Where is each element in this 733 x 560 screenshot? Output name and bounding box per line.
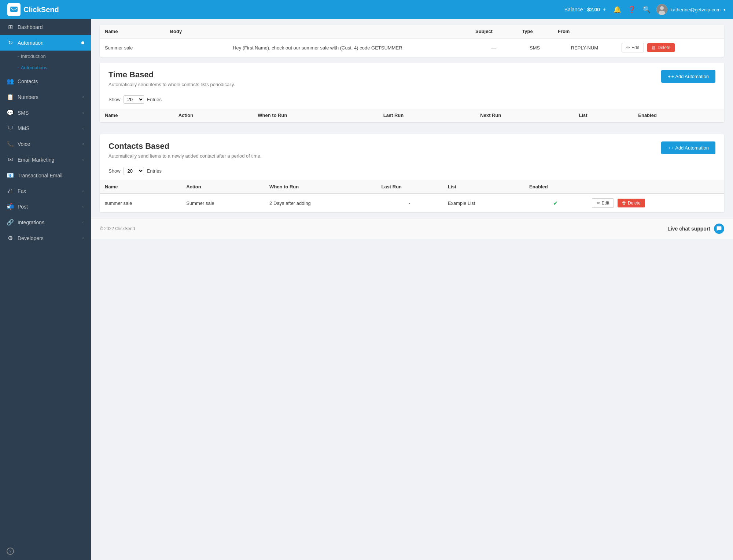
sidebar-item-label: Dashboard [18, 24, 84, 30]
sidebar-subitem-automations[interactable]: • Automations [0, 62, 91, 73]
entries-label: Entries [147, 168, 162, 174]
col-enabled: Enabled [633, 109, 724, 122]
help-icon[interactable]: ❓ [628, 5, 636, 14]
time-based-add-button[interactable]: + + Add Automation [661, 70, 715, 83]
balance-display: Balance : $2.00 + [564, 7, 606, 12]
dashboard-icon: ⊞ [7, 23, 14, 30]
contacts-based-table: Name Action When to Run Last Run List En… [100, 180, 724, 212]
logo[interactable]: ClickSend [7, 3, 59, 16]
col-when-to-run: When to Run [253, 109, 378, 122]
sub-dot-icon: • [18, 55, 19, 58]
sidebar-item-dashboard[interactable]: ⊞ Dashboard [0, 19, 91, 35]
col-action: Action [181, 180, 264, 194]
sidebar-item-automation[interactable]: ↻ Automation [0, 35, 91, 51]
search-icon[interactable]: 🔍 [642, 5, 651, 14]
sidebar-item-email-marketing[interactable]: ✉ Email Marketing ○ [0, 152, 91, 167]
col-type: Type [517, 25, 553, 38]
show-label: Show [108, 97, 121, 102]
live-chat-widget[interactable]: Live chat support [667, 224, 724, 234]
edit-button[interactable]: ✏ Edit [592, 198, 614, 208]
cell-list: Example List [443, 194, 524, 212]
contacts-based-section: Contacts Based Automatically send items … [100, 134, 724, 212]
cell-last-run: - [376, 194, 442, 212]
entries-select[interactable]: 20 10 50 100 [124, 167, 144, 175]
trash-icon: 🗑 [652, 45, 656, 50]
enabled-check-icon: ✔ [553, 200, 558, 206]
col-name: Name [100, 180, 181, 194]
sidebar-item-developers[interactable]: ⚙ Developers ○ [0, 230, 91, 246]
sidebar-item-voice[interactable]: 📞 Voice ○ [0, 136, 91, 152]
help-circle-icon: ? [7, 548, 14, 555]
sidebar-item-fax[interactable]: 🖨 Fax ○ [0, 183, 91, 199]
time-based-show-entries: Show 20 10 50 100 Entries [100, 92, 724, 109]
automation-icon: ↻ [7, 39, 14, 46]
sms-automations-table: Name Body Subject Type From Summer sale … [100, 25, 724, 57]
live-chat-label: Live chat support [667, 226, 710, 232]
sms-automations-table-section: Name Body Subject Type From Summer sale … [100, 25, 724, 57]
sidebar-item-transactional-email[interactable]: 📧 Transactional Email [0, 167, 91, 183]
sidebar-item-label: Numbers [18, 94, 78, 100]
sidebar-item-mms[interactable]: 🗨 MMS ○ [0, 121, 91, 136]
sidebar-item-label: SMS [18, 110, 78, 116]
sidebar-item-label: Developers [18, 235, 78, 241]
time-based-table: Name Action When to Run Last Run Next Ru… [100, 109, 724, 122]
time-based-header: Time Based Automatically send items to w… [100, 63, 724, 92]
col-last-run: Last Run [376, 180, 442, 194]
logo-icon [7, 3, 21, 16]
sidebar-item-post[interactable]: 📬 Post ○ [0, 199, 91, 214]
plus-icon: + [668, 74, 671, 79]
user-menu[interactable]: katherine@getvoip.com ▾ [656, 4, 726, 15]
post-icon: 📬 [7, 203, 14, 210]
col-actions [587, 180, 724, 194]
sidebar-item-sms[interactable]: 💬 SMS ○ [0, 105, 91, 121]
subitem-label: Introduction [21, 54, 46, 59]
cell-name: Summer sale [100, 38, 165, 57]
entries-select[interactable]: 20 10 50 100 [124, 95, 144, 104]
sidebar-item-integrations[interactable]: 🔗 Integrations ○ [0, 214, 91, 230]
logo-text: ClickSend [23, 5, 59, 14]
username: katherine@getvoip.com [670, 7, 721, 12]
sidebar-item-label: MMS [18, 125, 78, 131]
svg-point-3 [659, 11, 665, 15]
cell-from: REPLY-NUM [553, 38, 616, 57]
sidebar-item-label: Contacts [18, 78, 84, 84]
trash-icon: 🗑 [622, 200, 626, 206]
sidebar: ⊞ Dashboard ↻ Automation • Introduction … [0, 19, 91, 560]
col-name: Name [100, 25, 165, 38]
table-row: summer sale Summer sale 2 Days after add… [100, 194, 724, 212]
contacts-based-header: Contacts Based Automatically send items … [100, 134, 724, 163]
svg-rect-0 [10, 7, 18, 12]
col-last-run: Last Run [378, 109, 475, 122]
time-based-title: Time Based [108, 70, 235, 80]
contacts-based-add-button[interactable]: + + Add Automation [661, 141, 715, 154]
edit-button[interactable]: ✏ Edit [622, 43, 644, 52]
sidebar-item-label: Transactional Email [18, 173, 84, 178]
sidebar-item-numbers[interactable]: 📋 Numbers ○ [0, 89, 91, 105]
topnav-icons: 🔔 ❓ 🔍 [613, 5, 651, 14]
cell-subject: — [470, 38, 517, 57]
sidebar-help-button[interactable]: ? [0, 542, 91, 560]
contacts-based-header-text: Contacts Based Automatically send items … [108, 141, 262, 159]
balance-plus[interactable]: + [603, 7, 606, 12]
numbers-icon: 📋 [7, 93, 14, 100]
bell-icon[interactable]: 🔔 [613, 5, 621, 14]
contacts-based-title: Contacts Based [108, 141, 262, 151]
mms-icon: 🗨 [7, 125, 14, 132]
footer: © 2022 ClickSend Live chat support [91, 218, 733, 239]
live-chat-icon [714, 224, 724, 234]
col-when-to-run: When to Run [264, 180, 376, 194]
subitem-label: Automations [21, 65, 47, 70]
sidebar-subitem-introduction[interactable]: • Introduction [0, 51, 91, 62]
contacts-based-show-entries: Show 20 10 50 100 Entries [100, 163, 724, 180]
sidebar-item-label: Email Marketing [18, 157, 78, 163]
sidebar-item-contacts[interactable]: 👥 Contacts [0, 73, 91, 89]
cell-name: summer sale [100, 194, 181, 212]
sub-dot-icon: • [18, 66, 19, 69]
delete-button[interactable]: 🗑 Delete [618, 199, 645, 207]
sidebar-item-label: Automation [18, 40, 78, 46]
time-based-header-text: Time Based Automatically send items to w… [108, 70, 235, 87]
col-body: Body [165, 25, 470, 38]
delete-button[interactable]: 🗑 Delete [647, 43, 675, 52]
cell-type: SMS [517, 38, 553, 57]
col-list: List [443, 180, 524, 194]
